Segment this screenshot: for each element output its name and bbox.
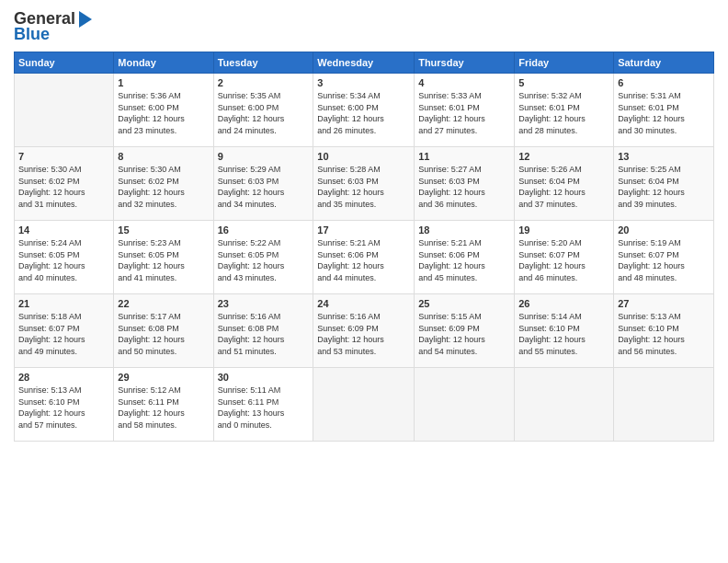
- calendar-cell: 13Sunrise: 5:25 AM Sunset: 6:04 PM Dayli…: [614, 147, 714, 221]
- day-info: Sunrise: 5:20 AM Sunset: 6:07 PM Dayligh…: [518, 237, 609, 283]
- day-info: Sunrise: 5:36 AM Sunset: 6:00 PM Dayligh…: [118, 90, 209, 136]
- day-number: 17: [317, 224, 410, 236]
- calendar-cell: 15Sunrise: 5:23 AM Sunset: 6:05 PM Dayli…: [114, 221, 213, 294]
- calendar-cell: [15, 74, 114, 147]
- day-number: 12: [518, 151, 609, 162]
- calendar-cell: 10Sunrise: 5:28 AM Sunset: 6:03 PM Dayli…: [313, 147, 415, 221]
- main-container: General Blue SundayMondayTuesdayWednesda…: [0, 0, 728, 451]
- day-info: Sunrise: 5:16 AM Sunset: 6:09 PM Dayligh…: [317, 311, 410, 357]
- day-info: Sunrise: 5:30 AM Sunset: 6:02 PM Dayligh…: [18, 164, 109, 210]
- calendar-cell: 17Sunrise: 5:21 AM Sunset: 6:06 PM Dayli…: [313, 221, 415, 294]
- calendar-cell: 12Sunrise: 5:26 AM Sunset: 6:04 PM Dayli…: [515, 147, 614, 221]
- day-info: Sunrise: 5:15 AM Sunset: 6:09 PM Dayligh…: [418, 311, 510, 357]
- calendar-cell: 4Sunrise: 5:33 AM Sunset: 6:01 PM Daylig…: [415, 74, 515, 147]
- day-info: Sunrise: 5:28 AM Sunset: 6:03 PM Dayligh…: [317, 164, 410, 210]
- day-header-wednesday: Wednesday: [313, 52, 415, 74]
- calendar-cell: 30Sunrise: 5:11 AM Sunset: 6:11 PM Dayli…: [213, 368, 313, 442]
- day-number: 2: [218, 77, 310, 88]
- calendar-cell: 18Sunrise: 5:21 AM Sunset: 6:06 PM Dayli…: [415, 221, 515, 294]
- day-info: Sunrise: 5:31 AM Sunset: 6:01 PM Dayligh…: [618, 90, 710, 136]
- day-number: 25: [418, 298, 510, 309]
- calendar-cell: [515, 368, 614, 442]
- day-info: Sunrise: 5:22 AM Sunset: 6:05 PM Dayligh…: [218, 237, 310, 283]
- day-number: 11: [418, 151, 510, 162]
- calendar-cell: 6Sunrise: 5:31 AM Sunset: 6:01 PM Daylig…: [614, 74, 714, 147]
- day-number: 14: [18, 224, 109, 236]
- day-number: 19: [518, 224, 609, 236]
- logo-blue-text: Blue: [14, 25, 92, 44]
- day-info: Sunrise: 5:21 AM Sunset: 6:06 PM Dayligh…: [418, 237, 510, 283]
- day-number: 8: [118, 151, 209, 162]
- day-number: 18: [418, 224, 510, 236]
- day-info: Sunrise: 5:23 AM Sunset: 6:05 PM Dayligh…: [118, 237, 209, 283]
- day-number: 5: [518, 77, 609, 88]
- calendar-cell: 24Sunrise: 5:16 AM Sunset: 6:09 PM Dayli…: [313, 294, 415, 368]
- day-header-monday: Monday: [114, 52, 213, 74]
- calendar-cell: 26Sunrise: 5:14 AM Sunset: 6:10 PM Dayli…: [515, 294, 614, 368]
- week-row-4: 28Sunrise: 5:13 AM Sunset: 6:10 PM Dayli…: [15, 368, 714, 442]
- day-number: 10: [317, 151, 410, 162]
- day-info: Sunrise: 5:35 AM Sunset: 6:00 PM Dayligh…: [218, 90, 310, 136]
- calendar-cell: 20Sunrise: 5:19 AM Sunset: 6:07 PM Dayli…: [614, 221, 714, 294]
- day-header-sunday: Sunday: [15, 52, 114, 74]
- calendar-cell: 29Sunrise: 5:12 AM Sunset: 6:11 PM Dayli…: [114, 368, 213, 442]
- day-info: Sunrise: 5:33 AM Sunset: 6:01 PM Dayligh…: [418, 90, 510, 136]
- day-info: Sunrise: 5:18 AM Sunset: 6:07 PM Dayligh…: [18, 311, 109, 357]
- calendar-cell: [313, 368, 415, 442]
- calendar-table: SundayMondayTuesdayWednesdayThursdayFrid…: [14, 52, 714, 442]
- day-number: 24: [317, 298, 410, 309]
- calendar-cell: 25Sunrise: 5:15 AM Sunset: 6:09 PM Dayli…: [415, 294, 515, 368]
- calendar-cell: 27Sunrise: 5:13 AM Sunset: 6:10 PM Dayli…: [614, 294, 714, 368]
- calendar-cell: 3Sunrise: 5:34 AM Sunset: 6:00 PM Daylig…: [313, 74, 415, 147]
- day-info: Sunrise: 5:14 AM Sunset: 6:10 PM Dayligh…: [518, 311, 609, 357]
- day-number: 4: [418, 77, 510, 88]
- day-info: Sunrise: 5:16 AM Sunset: 6:08 PM Dayligh…: [218, 311, 310, 357]
- day-number: 6: [618, 77, 710, 88]
- header: General Blue: [14, 9, 714, 44]
- calendar-cell: 1Sunrise: 5:36 AM Sunset: 6:00 PM Daylig…: [114, 74, 213, 147]
- calendar-cell: 19Sunrise: 5:20 AM Sunset: 6:07 PM Dayli…: [515, 221, 614, 294]
- day-number: 7: [18, 151, 109, 162]
- day-number: 28: [18, 372, 109, 383]
- week-row-0: 1Sunrise: 5:36 AM Sunset: 6:00 PM Daylig…: [15, 74, 714, 147]
- day-header-friday: Friday: [515, 52, 614, 74]
- calendar-cell: 5Sunrise: 5:32 AM Sunset: 6:01 PM Daylig…: [515, 74, 614, 147]
- day-info: Sunrise: 5:13 AM Sunset: 6:10 PM Dayligh…: [18, 385, 109, 431]
- calendar-cell: 2Sunrise: 5:35 AM Sunset: 6:00 PM Daylig…: [213, 74, 313, 147]
- day-info: Sunrise: 5:17 AM Sunset: 6:08 PM Dayligh…: [118, 311, 209, 357]
- calendar-cell: 8Sunrise: 5:30 AM Sunset: 6:02 PM Daylig…: [114, 147, 213, 221]
- day-info: Sunrise: 5:34 AM Sunset: 6:00 PM Dayligh…: [317, 90, 410, 136]
- day-info: Sunrise: 5:11 AM Sunset: 6:11 PM Dayligh…: [218, 385, 310, 431]
- calendar-cell: 14Sunrise: 5:24 AM Sunset: 6:05 PM Dayli…: [15, 221, 114, 294]
- day-number: 23: [218, 298, 310, 309]
- calendar-cell: 22Sunrise: 5:17 AM Sunset: 6:08 PM Dayli…: [114, 294, 213, 368]
- calendar-cell: 21Sunrise: 5:18 AM Sunset: 6:07 PM Dayli…: [15, 294, 114, 368]
- logo: General Blue: [14, 9, 92, 44]
- day-info: Sunrise: 5:30 AM Sunset: 6:02 PM Dayligh…: [118, 164, 209, 210]
- day-info: Sunrise: 5:24 AM Sunset: 6:05 PM Dayligh…: [18, 237, 109, 283]
- day-info: Sunrise: 5:13 AM Sunset: 6:10 PM Dayligh…: [618, 311, 710, 357]
- calendar-cell: 11Sunrise: 5:27 AM Sunset: 6:03 PM Dayli…: [415, 147, 515, 221]
- week-row-2: 14Sunrise: 5:24 AM Sunset: 6:05 PM Dayli…: [15, 221, 714, 294]
- calendar-cell: 9Sunrise: 5:29 AM Sunset: 6:03 PM Daylig…: [213, 147, 313, 221]
- week-row-1: 7Sunrise: 5:30 AM Sunset: 6:02 PM Daylig…: [15, 147, 714, 221]
- day-number: 26: [518, 298, 609, 309]
- day-header-saturday: Saturday: [614, 52, 714, 74]
- day-number: 15: [118, 224, 209, 236]
- day-info: Sunrise: 5:32 AM Sunset: 6:01 PM Dayligh…: [518, 90, 609, 136]
- day-info: Sunrise: 5:12 AM Sunset: 6:11 PM Dayligh…: [118, 385, 209, 431]
- calendar-cell: [415, 368, 515, 442]
- week-row-3: 21Sunrise: 5:18 AM Sunset: 6:07 PM Dayli…: [15, 294, 714, 368]
- calendar-cell: [614, 368, 714, 442]
- day-info: Sunrise: 5:26 AM Sunset: 6:04 PM Dayligh…: [518, 164, 609, 210]
- day-number: 20: [618, 224, 710, 236]
- calendar-cell: 16Sunrise: 5:22 AM Sunset: 6:05 PM Dayli…: [213, 221, 313, 294]
- day-info: Sunrise: 5:21 AM Sunset: 6:06 PM Dayligh…: [317, 237, 410, 283]
- day-info: Sunrise: 5:29 AM Sunset: 6:03 PM Dayligh…: [218, 164, 310, 210]
- calendar-cell: 7Sunrise: 5:30 AM Sunset: 6:02 PM Daylig…: [15, 147, 114, 221]
- day-info: Sunrise: 5:27 AM Sunset: 6:03 PM Dayligh…: [418, 164, 510, 210]
- day-info: Sunrise: 5:25 AM Sunset: 6:04 PM Dayligh…: [618, 164, 710, 210]
- day-header-tuesday: Tuesday: [213, 52, 313, 74]
- day-number: 30: [218, 372, 310, 383]
- calendar-cell: 28Sunrise: 5:13 AM Sunset: 6:10 PM Dayli…: [15, 368, 114, 442]
